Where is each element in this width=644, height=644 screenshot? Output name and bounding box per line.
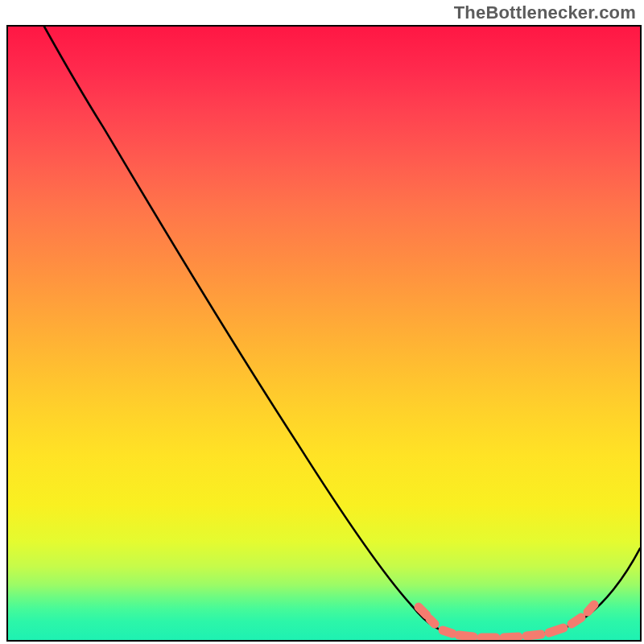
chart-container: TheBottlenecker.com bbox=[0, 0, 644, 644]
svg-line-3 bbox=[459, 635, 473, 637]
svg-line-8 bbox=[572, 617, 581, 624]
attribution-label: TheBottlenecker.com bbox=[454, 2, 636, 23]
plot-area bbox=[6, 25, 642, 642]
highlight-dashes bbox=[419, 605, 594, 638]
curve-overlay bbox=[8, 27, 640, 640]
svg-line-6 bbox=[526, 634, 541, 636]
bottleneck-curve bbox=[44, 27, 640, 638]
svg-line-9 bbox=[588, 605, 594, 612]
svg-line-7 bbox=[549, 628, 564, 633]
svg-line-5 bbox=[504, 637, 518, 638]
svg-line-2 bbox=[443, 630, 452, 634]
svg-line-0 bbox=[419, 607, 427, 615]
svg-line-1 bbox=[430, 619, 435, 624]
